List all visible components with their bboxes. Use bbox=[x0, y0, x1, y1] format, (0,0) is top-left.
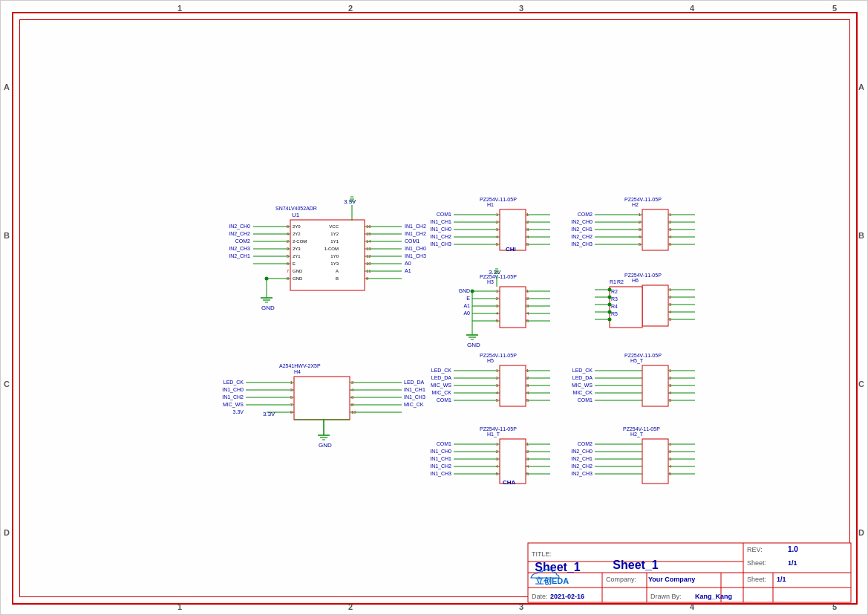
col-label-1-bottom: 1 bbox=[177, 602, 182, 611]
row-label-A-left: A bbox=[4, 82, 10, 91]
col-label-2-top: 2 bbox=[348, 4, 353, 13]
col-label-4-top: 4 bbox=[690, 4, 694, 13]
col-label-2-bottom: 2 bbox=[348, 602, 353, 611]
col-label-4-bottom: 4 bbox=[690, 602, 694, 611]
schematic-canvas: 1 2 3 4 5 1 2 3 4 5 A B C D A B C D U1 S… bbox=[0, 0, 868, 615]
row-label-C-left: C bbox=[4, 380, 10, 388]
row-label-C-right: C bbox=[858, 380, 864, 388]
row-label-B-left: B bbox=[4, 231, 10, 240]
col-label-1-top: 1 bbox=[177, 4, 182, 13]
row-label-D-right: D bbox=[858, 528, 864, 537]
col-label-5-bottom: 5 bbox=[832, 602, 837, 611]
col-label-3-top: 3 bbox=[519, 4, 523, 13]
row-label-B-right: B bbox=[858, 231, 864, 240]
row-label-D-left: D bbox=[4, 528, 10, 537]
col-label-3-bottom: 3 bbox=[519, 602, 523, 611]
col-label-5-top: 5 bbox=[832, 4, 837, 13]
row-label-A-right: A bbox=[858, 82, 864, 91]
border-inner bbox=[19, 19, 850, 597]
